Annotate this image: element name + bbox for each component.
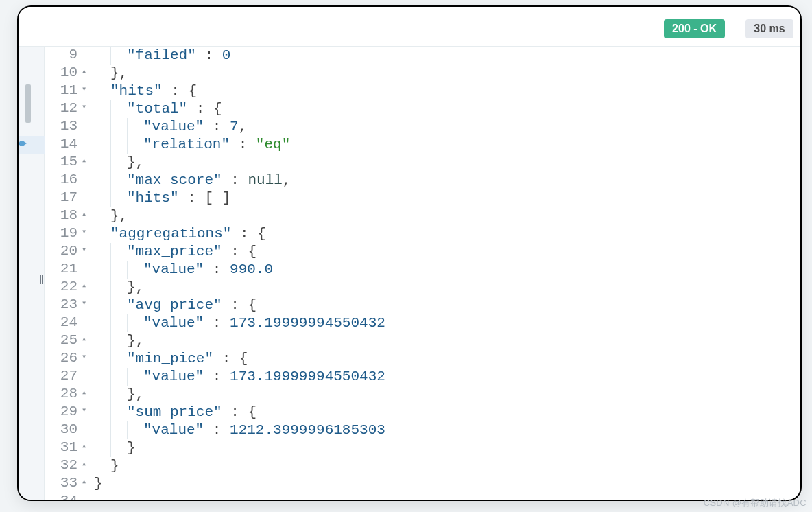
code-line[interactable]: "avg_price" : { (94, 296, 800, 314)
token-key: "value" (143, 422, 204, 438)
line-number: 9 (45, 47, 80, 65)
code-line[interactable]: }, (94, 332, 800, 350)
fold-none (80, 118, 94, 136)
line-number: 34 (45, 493, 80, 500)
code-line[interactable]: "max_price" : { (94, 243, 800, 261)
code-line[interactable]: }, (94, 65, 800, 82)
code-line[interactable]: } (94, 439, 800, 457)
fold-close-icon[interactable]: ▴ (80, 475, 94, 493)
code-area[interactable]: 9101112131415161718192021222324252627282… (19, 47, 800, 500)
indent-guide (110, 314, 127, 332)
code-line[interactable]: "total" : { (94, 100, 800, 118)
fold-open-icon[interactable]: ▾ (80, 243, 94, 261)
indent-guide (127, 421, 143, 439)
fold-none (80, 189, 94, 207)
code-line[interactable]: }, (94, 154, 800, 172)
indent-guide (110, 296, 127, 314)
token-num: 7 (230, 119, 239, 135)
indent-guide (110, 386, 127, 404)
token-pn: }, (110, 65, 128, 81)
code-line[interactable]: "relation" : "eq" (94, 136, 800, 154)
code-line[interactable]: } (94, 457, 800, 475)
fold-open-icon[interactable]: ▾ (80, 296, 94, 314)
fold-close-icon[interactable]: ▴ (80, 279, 94, 296)
token-pn: : (204, 422, 230, 438)
fold-close-icon[interactable]: ▴ (80, 439, 94, 457)
fold-close-icon[interactable]: ▴ (80, 332, 94, 350)
timing-badge: 30 ms (745, 19, 793, 38)
fold-open-icon[interactable]: ▾ (80, 350, 94, 368)
fold-none (80, 314, 94, 332)
indent-guide (127, 314, 143, 332)
fold-open-icon[interactable]: ▾ (80, 225, 94, 243)
indent-guide (110, 136, 127, 154)
indent-guide (94, 439, 110, 457)
code-line[interactable]: "value" : 173.19999994550432 (94, 368, 800, 386)
token-pn: : (222, 404, 248, 420)
line-number: 12 (45, 100, 80, 118)
indent-guide (110, 404, 127, 421)
fold-none (80, 493, 94, 500)
code-line[interactable] (94, 493, 800, 500)
token-num: 173.19999994550432 (230, 315, 385, 331)
fold-gutter[interactable]: ▴▾▾▴▴▾▾▴▾▴▾▴▾▴▴▴ (80, 47, 94, 500)
token-pn: : (222, 297, 248, 313)
line-number: 32 (45, 457, 80, 475)
indent-guide (94, 82, 110, 100)
token-pn: } (127, 440, 136, 456)
code-line[interactable]: "value" : 1212.3999996185303 (94, 421, 800, 439)
token-pn: : (204, 315, 230, 331)
code-content[interactable]: "failed" : 0},"hits" : {"total" : {"valu… (94, 47, 800, 500)
code-line[interactable]: "sum_price" : { (94, 404, 800, 421)
token-key: "total" (127, 101, 187, 117)
line-number: 29 (45, 404, 80, 421)
code-line[interactable]: "aggregations" : { (94, 225, 800, 243)
fold-close-icon[interactable]: ▴ (80, 65, 94, 82)
token-pn: : (213, 351, 239, 366)
token-pn: { (239, 351, 248, 366)
code-line[interactable]: "failed" : 0 (94, 47, 800, 65)
code-line[interactable]: }, (94, 386, 800, 404)
indent-guide (94, 189, 110, 207)
code-line[interactable]: "value" : 7, (94, 118, 800, 136)
indent-guide (94, 350, 110, 368)
fold-open-icon[interactable]: ▾ (80, 82, 94, 100)
fold-none (80, 261, 94, 279)
watermark: CSDN @有帮助请找ADC (704, 497, 807, 509)
indent-guide (94, 118, 110, 136)
code-line[interactable]: "value" : 990.0 (94, 261, 800, 279)
token-pn: [ ] (204, 190, 230, 206)
line-number: 20 (45, 243, 80, 261)
code-line[interactable]: "hits" : { (94, 82, 800, 100)
token-key: "relation" (143, 137, 230, 152)
breakpoint-icon[interactable] (19, 138, 30, 149)
split-handle-icon[interactable]: ‖ (39, 273, 44, 284)
code-line[interactable]: "max_score" : null, (94, 172, 800, 189)
token-pn: } (110, 458, 119, 474)
token-pn: : (204, 119, 230, 135)
indent-guide (94, 421, 110, 439)
code-line[interactable]: }, (94, 207, 800, 225)
fold-close-icon[interactable]: ▴ (80, 457, 94, 475)
token-pn: }, (127, 279, 144, 295)
line-number: 28 (45, 386, 80, 404)
fold-open-icon[interactable]: ▾ (80, 100, 94, 118)
token-key: "value" (143, 261, 204, 277)
code-line[interactable]: }, (94, 279, 800, 296)
fold-close-icon[interactable]: ▴ (80, 207, 94, 225)
code-line[interactable]: } (94, 475, 800, 493)
fold-none (80, 421, 94, 439)
code-line[interactable]: "hits" : [ ] (94, 189, 800, 207)
token-key: "min_pice" (127, 351, 213, 366)
indent-guide (94, 207, 110, 225)
indent-guide (110, 350, 127, 368)
fold-close-icon[interactable]: ▴ (80, 154, 94, 172)
fold-open-icon[interactable]: ▾ (80, 404, 94, 421)
fold-close-icon[interactable]: ▴ (80, 386, 94, 404)
line-number: 25 (45, 332, 80, 350)
indent-guide (110, 439, 127, 457)
token-num: 1212.3999996185303 (230, 422, 385, 438)
code-line[interactable]: "value" : 173.19999994550432 (94, 314, 800, 332)
indent-guide (94, 279, 110, 296)
code-line[interactable]: "min_pice" : { (94, 350, 800, 368)
